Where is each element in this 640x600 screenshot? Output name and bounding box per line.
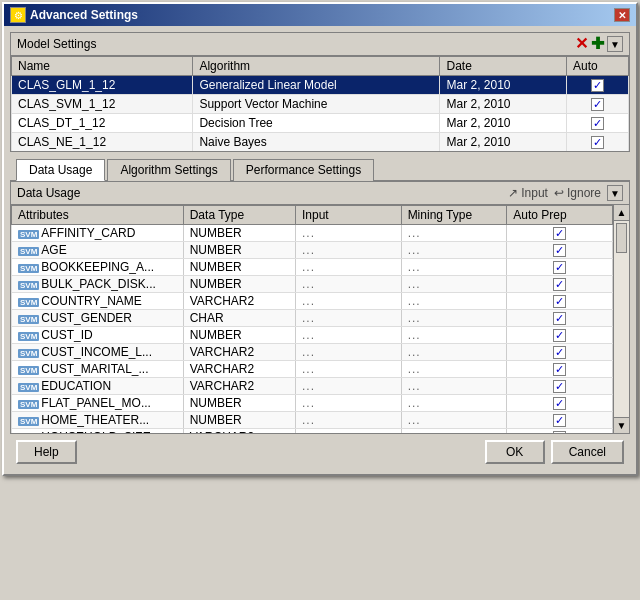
col-mining: Mining Type [401,206,507,225]
attr-input: ... [295,412,401,429]
attr-autoprep-checkbox[interactable] [553,295,566,308]
model-settings-actions: ✕ ✚ ▼ [575,36,623,52]
model-auto-checkbox[interactable] [591,117,604,130]
close-button[interactable]: ✕ [614,8,630,22]
attribute-row: SVMHOME_THEATER... NUMBER ... ... [12,412,613,429]
model-auto-checkbox[interactable] [591,79,604,92]
attr-name: SVMCUST_GENDER [12,310,184,327]
tab-data-usage[interactable]: Data Usage [16,159,105,181]
attr-autoprep-checkbox[interactable] [553,397,566,410]
attr-autoprep-cell [507,361,613,378]
attr-autoprep-checkbox[interactable] [553,414,566,427]
footer-right: OK Cancel [485,440,624,464]
attr-autoprep-checkbox[interactable] [553,346,566,359]
model-table-row[interactable]: CLAS_NE_1_12 Naive Bayes Mar 2, 2010 [12,133,629,152]
attr-autoprep-cell [507,310,613,327]
model-name: CLAS_NE_1_12 [12,133,193,152]
attr-autoprep-checkbox[interactable] [553,380,566,393]
input-icon: ↗ [508,186,518,200]
model-table-scroll: Name Algorithm Date Auto CLAS_GLM_1_12 G… [11,56,629,151]
ignore-label: Ignore [567,186,601,200]
tabs-section: Data Usage Algorithm Settings Performanc… [10,158,630,181]
attr-autoprep-checkbox[interactable] [553,261,566,274]
attr-mining: ... [401,395,507,412]
attr-input: ... [295,378,401,395]
title-bar: ⚙ Advanced Settings ✕ [4,4,636,26]
attr-autoprep-cell [507,327,613,344]
attr-mining: ... [401,412,507,429]
advanced-settings-window: ⚙ Advanced Settings ✕ Model Settings ✕ ✚… [2,2,638,476]
attr-autoprep-checkbox[interactable] [553,244,566,257]
add-model-button[interactable]: ✚ [591,36,604,52]
attr-mining: ... [401,310,507,327]
attr-autoprep-cell [507,344,613,361]
data-usage-dropdown[interactable]: ▼ [607,185,623,201]
scrollbar[interactable]: ▲ ▼ [613,205,629,433]
delete-model-button[interactable]: ✕ [575,36,588,52]
input-button[interactable]: ↗ Input [508,186,548,200]
attr-name: SVMHOME_THEATER... [12,412,184,429]
scroll-track[interactable] [614,221,629,417]
toolbar-right: ↗ Input ↩ Ignore ▼ [508,185,623,201]
attr-icon: SVM [18,349,39,358]
attr-mining: ... [401,276,507,293]
help-button[interactable]: Help [16,440,77,464]
scroll-down-button[interactable]: ▼ [614,417,629,433]
attr-input: ... [295,361,401,378]
attr-autoprep-checkbox[interactable] [553,312,566,325]
attr-autoprep-checkbox[interactable] [553,227,566,240]
model-table-row[interactable]: CLAS_SVM_1_12 Support Vector Machine Mar… [12,95,629,114]
attr-icon: SVM [18,383,39,392]
model-table-row[interactable]: CLAS_DT_1_12 Decision Tree Mar 2, 2010 [12,114,629,133]
attr-input: ... [295,276,401,293]
model-dropdown-button[interactable]: ▼ [607,36,623,52]
attr-autoprep-cell [507,412,613,429]
model-auto-cell [567,114,629,133]
attributes-scroll-area[interactable]: Attributes Data Type Input Mining Type A… [11,205,613,433]
window-icon: ⚙ [10,7,26,23]
attr-dtype: NUMBER [183,259,295,276]
tab-performance-settings[interactable]: Performance Settings [233,159,374,181]
attr-dtype: NUMBER [183,327,295,344]
attr-autoprep-checkbox[interactable] [553,329,566,342]
ignore-button[interactable]: ↩ Ignore [554,186,601,200]
attr-autoprep-checkbox[interactable] [553,278,566,291]
col-algorithm: Algorithm [193,57,440,76]
scroll-up-button[interactable]: ▲ [614,205,629,221]
scroll-thumb[interactable] [616,223,627,253]
attr-icon: SVM [18,230,39,239]
cancel-button[interactable]: Cancel [551,440,624,464]
attr-input: ... [295,429,401,434]
model-auto-checkbox[interactable] [591,98,604,111]
attr-mining: ... [401,429,507,434]
ok-button[interactable]: OK [485,440,545,464]
attr-autoprep-cell [507,429,613,434]
model-name: CLAS_DT_1_12 [12,114,193,133]
attr-autoprep-checkbox[interactable] [553,431,566,433]
attribute-row: SVMFLAT_PANEL_MO... NUMBER ... ... [12,395,613,412]
col-attributes: Attributes [12,206,184,225]
attr-icon: SVM [18,332,39,341]
attr-icon: SVM [18,281,39,290]
attr-input: ... [295,293,401,310]
tabs-row: Data Usage Algorithm Settings Performanc… [10,158,630,181]
tab-algorithm-settings[interactable]: Algorithm Settings [107,159,230,181]
model-auto-checkbox[interactable] [591,136,604,149]
attr-name: SVMAFFINITY_CARD [12,225,184,242]
model-table-body: CLAS_GLM_1_12 Generalized Linear Model M… [12,76,629,152]
data-usage-content: Data Usage ↗ Input ↩ Ignore ▼ [10,181,630,434]
attr-name: SVMCUST_MARITAL_... [12,361,184,378]
attribute-row: SVMCOUNTRY_NAME VARCHAR2 ... ... [12,293,613,310]
model-name: CLAS_GLM_1_12 [12,76,193,95]
attr-icon: SVM [18,298,39,307]
model-table-row[interactable]: CLAS_GLM_1_12 Generalized Linear Model M… [12,76,629,95]
attr-autoprep-checkbox[interactable] [553,363,566,376]
attribute-row: SVMCUST_MARITAL_... VARCHAR2 ... ... [12,361,613,378]
attr-icon: SVM [18,400,39,409]
attr-input: ... [295,225,401,242]
attr-dtype: NUMBER [183,412,295,429]
attr-mining: ... [401,259,507,276]
attr-dtype: VARCHAR2 [183,293,295,310]
attr-name: SVMCUST_INCOME_L... [12,344,184,361]
attr-dtype: NUMBER [183,225,295,242]
